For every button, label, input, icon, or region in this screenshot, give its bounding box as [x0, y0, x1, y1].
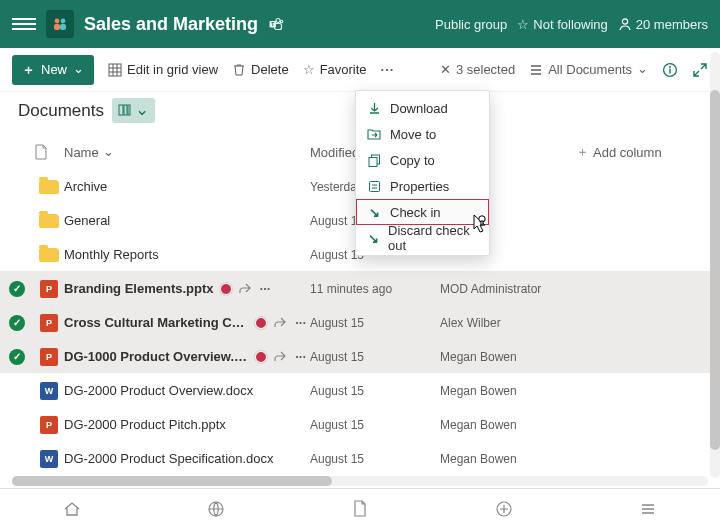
- svg-rect-19: [369, 181, 379, 191]
- table-row[interactable]: Cross Cultural Marketing Ca...···August …: [0, 305, 712, 339]
- site-logo[interactable]: [46, 10, 74, 38]
- file-name-cell[interactable]: General: [64, 213, 310, 228]
- file-type-icon: [34, 450, 64, 468]
- file-name-cell[interactable]: DG-1000 Product Overview.p...···: [64, 349, 310, 364]
- add-column-button[interactable]: ＋ Add column: [576, 143, 694, 161]
- menu-copy-to[interactable]: Copy to: [356, 147, 489, 173]
- file-name: DG-2000 Product Overview.docx: [64, 383, 253, 398]
- file-icon: [34, 144, 48, 160]
- vertical-scrollbar[interactable]: [710, 52, 720, 478]
- file-type-icon: [34, 416, 64, 434]
- teams-icon[interactable]: T: [268, 16, 284, 32]
- chevron-down-icon: ⌄: [73, 61, 84, 76]
- svg-point-1: [61, 19, 66, 24]
- folder-arrow-icon: [366, 128, 382, 140]
- svg-point-0: [55, 19, 60, 24]
- file-name: Archive: [64, 179, 107, 194]
- table-row[interactable]: DG-2000 Product Pitch.pptxAugust 15Megan…: [0, 407, 712, 441]
- column-name[interactable]: Name ⌄: [64, 145, 310, 160]
- modified-by-cell: Alex Wilber: [440, 316, 576, 330]
- more-commands-button[interactable]: ···: [381, 62, 395, 77]
- clear-selection-button[interactable]: ✕ 3 selected: [440, 62, 515, 77]
- tiles-icon: [118, 104, 131, 117]
- plus-icon: ＋: [576, 143, 589, 161]
- new-button[interactable]: ＋ New ⌄: [12, 55, 94, 85]
- menu-properties[interactable]: Properties: [356, 173, 489, 199]
- checked-out-icon: [220, 283, 232, 295]
- modified-cell: August 15: [310, 316, 440, 330]
- row-selector[interactable]: [0, 315, 34, 331]
- file-type-icon: [34, 348, 64, 366]
- svg-rect-2: [54, 24, 60, 30]
- favorite-button[interactable]: ☆ Favorite: [303, 62, 367, 77]
- info-icon[interactable]: [662, 62, 678, 78]
- list-icon: [529, 63, 543, 77]
- appbar-home[interactable]: [0, 500, 144, 518]
- table-row[interactable]: Branding Elements.pptx···11 minutes agoM…: [0, 271, 712, 305]
- plus-icon: ＋: [22, 61, 35, 79]
- menu-move-to[interactable]: Move to: [356, 121, 489, 147]
- table-row[interactable]: DG-2000 Product Specification.docxAugust…: [0, 441, 712, 475]
- appbar-menu[interactable]: [576, 500, 720, 518]
- file-name-cell[interactable]: Monthly Reports: [64, 247, 310, 262]
- svg-point-4: [276, 19, 280, 23]
- person-icon: [618, 17, 632, 31]
- chevron-down-icon: ⌄: [103, 144, 114, 159]
- file-icon: [352, 500, 368, 518]
- delete-button[interactable]: Delete: [232, 62, 289, 77]
- menu-download[interactable]: Download: [356, 95, 489, 121]
- svg-point-9: [622, 19, 627, 24]
- file-name: General: [64, 213, 110, 228]
- check-icon: [9, 315, 25, 331]
- appbar-global[interactable]: [144, 500, 288, 518]
- file-type-icon: [34, 248, 64, 262]
- grid-icon: [108, 63, 122, 77]
- file-name-cell[interactable]: DG-2000 Product Overview.docx: [64, 383, 310, 398]
- table-row[interactable]: DG-1000 Product Overview.p...···August 1…: [0, 339, 712, 373]
- waffle-menu-button[interactable]: [12, 18, 36, 30]
- svg-rect-3: [60, 24, 66, 30]
- file-name-cell[interactable]: DG-2000 Product Pitch.pptx: [64, 417, 310, 432]
- appbar-add[interactable]: [432, 500, 576, 518]
- table-row[interactable]: DG-2000 Product Overview.docxAugust 15Me…: [0, 373, 712, 407]
- check-in-icon: ↘: [366, 205, 382, 220]
- file-type-icon: [34, 214, 64, 228]
- file-name-cell[interactable]: Cross Cultural Marketing Ca...···: [64, 315, 310, 330]
- follow-button[interactable]: ☆ Not following: [517, 17, 607, 32]
- edit-grid-button[interactable]: Edit in grid view: [108, 62, 218, 77]
- discard-icon: ↘: [366, 231, 380, 246]
- modified-by-cell: Megan Bowen: [440, 384, 576, 398]
- expand-icon[interactable]: [692, 62, 708, 78]
- row-selector[interactable]: [0, 281, 34, 297]
- file-name-cell[interactable]: DG-2000 Product Specification.docx: [64, 451, 310, 466]
- site-title[interactable]: Sales and Marketing: [84, 14, 258, 35]
- file-name: Branding Elements.pptx: [64, 281, 214, 296]
- close-icon: ✕: [440, 62, 451, 77]
- svg-rect-14: [119, 105, 123, 115]
- horizontal-scrollbar[interactable]: [12, 476, 708, 486]
- file-name: DG-2000 Product Pitch.pptx: [64, 417, 226, 432]
- appbar-files[interactable]: [288, 500, 432, 518]
- file-name-cell[interactable]: Branding Elements.pptx···: [64, 281, 310, 296]
- row-more-button[interactable]: ···: [291, 349, 310, 364]
- file-type-icon: [34, 280, 64, 298]
- download-icon: [366, 102, 382, 115]
- view-switcher[interactable]: All Documents ⌄: [529, 62, 648, 77]
- row-more-button[interactable]: ···: [256, 281, 275, 296]
- modified-cell: August 15: [310, 452, 440, 466]
- members-button[interactable]: 20 members: [618, 17, 708, 32]
- file-name: DG-1000 Product Overview.p...: [64, 349, 249, 364]
- file-name-cell[interactable]: Archive: [64, 179, 310, 194]
- share-icon[interactable]: [273, 316, 287, 330]
- modified-cell: 11 minutes ago: [310, 282, 440, 296]
- row-selector[interactable]: [0, 349, 34, 365]
- row-more-button[interactable]: ···: [291, 315, 310, 330]
- share-icon[interactable]: [238, 282, 252, 296]
- view-dropdown-pill[interactable]: ⌄: [112, 98, 155, 123]
- file-type-icon: [34, 314, 64, 332]
- svg-rect-16: [128, 105, 130, 115]
- share-icon[interactable]: [273, 350, 287, 364]
- library-heading: Documents: [18, 101, 104, 121]
- properties-icon: [366, 180, 382, 193]
- check-icon: [9, 349, 25, 365]
